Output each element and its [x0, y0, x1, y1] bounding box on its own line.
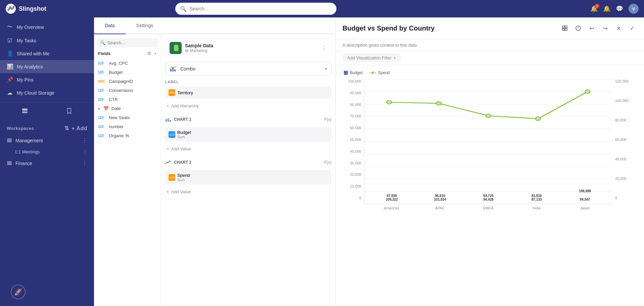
add-hierarchy-button[interactable]: + Add Hierarchy	[165, 101, 331, 110]
field-ctr[interactable]: 123 CTR	[97, 95, 158, 104]
legend-budget-dot	[344, 71, 348, 75]
field-type: 123	[98, 125, 107, 129]
sidebar-item-shared-with-me[interactable]: 👤 Shared with Me	[0, 47, 94, 60]
sidebar-item-label: Shared with Me	[17, 51, 49, 56]
datasource-icon: 📗	[170, 42, 182, 54]
panel-body: 🔍 Fields ⚙ + 123 Avg. CPC	[94, 34, 335, 306]
combo-chart-icon	[170, 65, 178, 73]
territory-chip[interactable]: ABC Territory	[165, 87, 331, 99]
tab-data[interactable]: Data	[94, 17, 126, 34]
chart2-fx-button[interactable]: F(x)	[324, 160, 331, 165]
sidebar-item-my-overview[interactable]: 〜 My Overview	[0, 20, 94, 34]
chart-title: Budget vs Spend by Country	[342, 24, 555, 32]
question-icon: ?	[576, 26, 581, 31]
svg-rect-4	[7, 141, 12, 142]
chart1-fx-button[interactable]: F(x)	[324, 117, 331, 122]
fields-search[interactable]: 🔍	[97, 38, 158, 47]
workspaces-header: Workspaces ⇅ + Add	[0, 122, 94, 134]
workspaces-view-button[interactable]	[4, 105, 46, 117]
field-expand-icon[interactable]: ▶	[98, 107, 101, 110]
fields-search-input[interactable]	[107, 40, 161, 45]
bar-label-budget-india: 87,133	[532, 198, 542, 201]
grid-view-button[interactable]	[559, 23, 570, 34]
grid-icon	[562, 26, 567, 31]
label-section-title: LABEL	[165, 80, 331, 84]
spend-chip-sub: Sum	[177, 178, 190, 182]
bookmarks-view-button[interactable]	[48, 105, 90, 117]
fields-add-icon[interactable]: +	[154, 51, 157, 56]
datasource-row: 📗 Sample Data ⊞ Marketing ⋮	[165, 38, 331, 58]
redo-button[interactable]: ↪	[600, 23, 610, 34]
close-button[interactable]: ✕	[613, 23, 624, 34]
svg-rect-2	[22, 110, 28, 111]
user-avatar[interactable]: V	[629, 4, 639, 14]
budget-chip-sub: Sum	[177, 135, 191, 139]
combo-selector[interactable]: Combo ▾	[165, 62, 331, 76]
workspace-item-management[interactable]: Management ⋮	[0, 134, 94, 147]
svg-rect-13	[166, 119, 167, 122]
field-organic[interactable]: 123 Organic %	[97, 131, 158, 140]
workspace-more-button2[interactable]: ⋮	[82, 160, 87, 166]
save-button[interactable]: ✓	[627, 23, 637, 34]
field-avg-cpc[interactable]: 123 Avg. CPC	[97, 59, 158, 68]
bar-label-budget-japan: 94,547	[580, 198, 590, 201]
add-filter-button[interactable]: Add Visualization Filter +	[342, 54, 401, 62]
sidebar-item-my-tasks[interactable]: ☑ My Tasks	[0, 34, 94, 47]
search-input[interactable]	[189, 6, 332, 11]
field-label: Avg. CPC	[109, 61, 128, 66]
chart-description-input[interactable]	[342, 43, 637, 48]
datasource-more-button[interactable]: ⋮	[321, 44, 327, 52]
workspace-more-button[interactable]: ⋮	[82, 137, 87, 144]
field-label: New Seats	[109, 115, 130, 120]
svg-rect-1	[22, 112, 28, 113]
add-value1-icon: +	[167, 146, 169, 151]
x-label-emea: EMEA	[464, 204, 512, 210]
workspace-item-finance[interactable]: Finance ⋮	[0, 157, 94, 169]
sidebar-item-my-analytics[interactable]: 📊 My Analytics	[0, 60, 94, 73]
sub-item-11-meetings[interactable]: 1:1 Meetings ⋮	[0, 147, 94, 157]
spend-chip[interactable]: 123 Spend Sum	[165, 170, 331, 185]
messages-button[interactable]: 💬	[616, 5, 623, 12]
field-label: Organic %	[109, 133, 129, 138]
spend-chip-info: Spend Sum	[177, 173, 190, 182]
app-logo: Slingshot	[5, 3, 46, 14]
tab-settings[interactable]: Settings	[126, 17, 164, 34]
add-workspace-button[interactable]: + Add	[72, 125, 87, 132]
field-budget[interactable]: 123 Budget	[97, 68, 158, 77]
budget-chip[interactable]: 123 Budget Sum	[165, 127, 331, 142]
bar-label-budget-emea: 94,428	[483, 198, 494, 201]
chart1-icon	[165, 116, 171, 122]
add-value1-button[interactable]: + Add Value	[165, 144, 331, 153]
field-campaignid[interactable]: ABC CampaignID	[97, 77, 158, 86]
svg-rect-19	[565, 29, 567, 31]
rocket-button[interactable]: 🚀	[11, 285, 26, 299]
field-conversions[interactable]: 123 Conversions	[97, 86, 158, 95]
alerts-button[interactable]: 🔔	[603, 5, 610, 12]
sidebar-item-my-cloud-storage[interactable]: ☁ My Cloud Storage	[0, 86, 94, 99]
field-date[interactable]: ▶ 📅 Date	[97, 104, 158, 113]
field-number[interactable]: 123 number	[97, 122, 158, 131]
field-type: ABC	[98, 80, 107, 83]
field-new-seats[interactable]: 123 New Seats	[97, 113, 158, 122]
field-type: 123	[98, 116, 107, 119]
help-button[interactable]: ?	[573, 23, 584, 34]
notifications-button[interactable]: 🔔 1	[590, 5, 598, 12]
search-bar[interactable]: 🔍	[175, 3, 336, 15]
sidebar-item-label: My Tasks	[17, 38, 36, 43]
x-label-americas: Americas	[367, 204, 416, 210]
fields-filter-icon[interactable]: ⚙	[147, 51, 151, 56]
undo-button[interactable]: ↩	[586, 23, 597, 34]
bookmark-icon	[66, 108, 73, 114]
add-value2-button[interactable]: + Add Value	[165, 187, 331, 196]
sort-icon[interactable]: ⇅	[64, 125, 69, 132]
territory-chip-label: Territory	[177, 90, 328, 95]
workspace-layers-icon	[7, 138, 12, 143]
chart1-label: CHART 1	[174, 117, 322, 122]
sidebar-item-my-pins[interactable]: 📌 My Pins	[0, 73, 94, 86]
sidebar: 〜 My Overview ☑ My Tasks 👤 Shared with M…	[0, 17, 94, 306]
main-layout: 〜 My Overview ☑ My Tasks 👤 Shared with M…	[0, 17, 644, 306]
sidebar-nav: 〜 My Overview ☑ My Tasks 👤 Shared with M…	[0, 17, 94, 102]
sub-item-more-button[interactable]: ⋮	[83, 149, 87, 154]
chart-legend: Budget Spend	[344, 70, 636, 75]
fields-label: Fields	[98, 51, 111, 56]
